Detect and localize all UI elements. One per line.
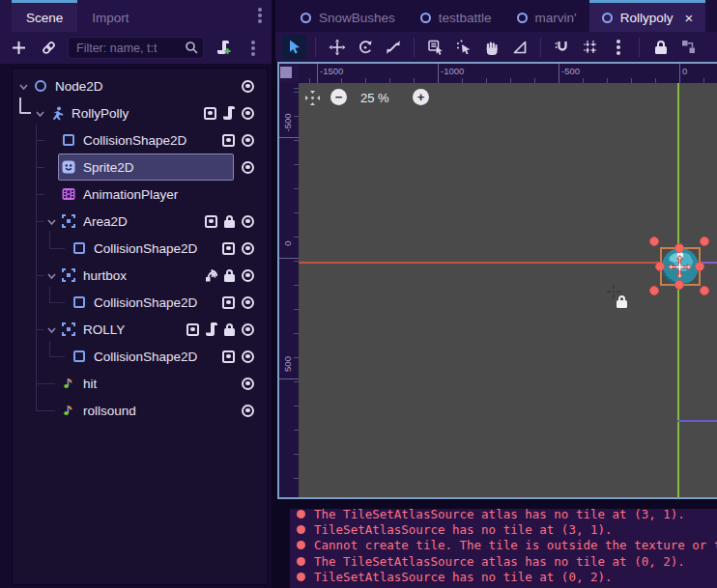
output-panel[interactable]: The TileSetAtlasSource atlas has no tile… — [290, 509, 717, 588]
center-view-icon[interactable] — [304, 90, 321, 106]
lock-badge-icon[interactable] — [224, 269, 235, 282]
plus-icon — [12, 41, 26, 55]
dock-menu-dots-icon[interactable] — [258, 14, 262, 17]
add-node-button[interactable] — [8, 38, 29, 59]
search-icon — [185, 41, 198, 54]
chevron-down-icon[interactable] — [45, 215, 58, 228]
collision-shape-icon — [72, 294, 87, 310]
list-select-tool-button[interactable] — [423, 35, 447, 59]
scene-tab-snowbushes[interactable]: SnowBushes — [288, 0, 408, 32]
error-message-row: The TileSetAtlasSource atlas has no tile… — [297, 553, 717, 569]
tree-row-animationplayer[interactable]: AnimationPlayer — [13, 181, 267, 208]
tab-scene[interactable]: Scene — [12, 0, 77, 32]
grouped-badge-icon[interactable] — [205, 215, 217, 228]
group-selected-button[interactable] — [676, 35, 701, 59]
grouped-badge-icon[interactable] — [222, 296, 235, 309]
resize-handle[interactable] — [700, 237, 709, 246]
game-viewport-edge — [677, 420, 717, 422]
zoom-level-label[interactable]: 25 % — [360, 91, 389, 105]
tree-row-rollypolly[interactable]: RollyPolly — [13, 99, 267, 126]
viewport-canvas[interactable]: − 25 % + — [299, 83, 717, 497]
grid-snap-icon — [582, 39, 599, 56]
close-tab-icon[interactable]: × — [684, 11, 693, 25]
grouped-badge-icon[interactable] — [222, 134, 235, 147]
visibility-icon[interactable] — [242, 296, 254, 309]
lock-selected-button[interactable] — [648, 35, 673, 59]
tree-row-collisionshape2d[interactable]: CollisionShape2D — [13, 343, 267, 370]
visibility-icon[interactable] — [242, 378, 254, 390]
grouped-badge-icon[interactable] — [222, 350, 235, 363]
script-badge-icon[interactable] — [223, 106, 235, 120]
tree-row-node2d[interactable]: Node2D — [13, 72, 267, 99]
instance-scene-button[interactable] — [38, 38, 59, 59]
zoom-out-button[interactable]: − — [330, 89, 347, 105]
tab-import[interactable]: Import — [77, 0, 143, 32]
lock-badge-icon[interactable] — [224, 215, 235, 228]
magnet-icon — [554, 39, 571, 56]
resize-handle[interactable] — [649, 237, 659, 246]
lock-badge-icon[interactable] — [224, 323, 235, 336]
zoom-in-button[interactable]: + — [413, 89, 429, 105]
tree-row-area2d[interactable]: Area2D — [13, 208, 267, 235]
resize-handle[interactable] — [655, 262, 665, 271]
grid-snap-button[interactable] — [578, 35, 602, 59]
ruler-tool-button[interactable] — [507, 35, 531, 59]
visibility-icon[interactable] — [242, 323, 254, 336]
visibility-icon[interactable] — [242, 215, 254, 228]
scene-tab-marvin[interactable]: marvin' — [504, 0, 589, 32]
tree-row-rolly[interactable]: ROLLY — [13, 316, 267, 343]
visibility-icon[interactable] — [242, 107, 254, 120]
tree-row-collisionshape2d[interactable]: CollisionShape2D — [13, 289, 267, 316]
scene-tab-testbattle[interactable]: testbattle — [408, 0, 504, 32]
chevron-down-icon[interactable] — [45, 269, 58, 282]
move-gizmo-icon[interactable] — [667, 254, 693, 280]
chevron-down-icon[interactable] — [17, 80, 30, 93]
move-tool-button[interactable] — [325, 35, 349, 59]
snap-options-button[interactable] — [606, 35, 630, 59]
edit-pivot-tool-button[interactable] — [451, 35, 475, 59]
visibility-icon[interactable] — [242, 269, 254, 282]
tree-row-sprite2d[interactable]: Sprite2D — [13, 154, 267, 181]
visibility-icon[interactable] — [242, 161, 254, 174]
pan-tool-button[interactable] — [479, 35, 503, 59]
script-badge-icon[interactable] — [206, 322, 217, 336]
collision-shape-icon — [61, 132, 76, 148]
error-bullet-icon — [297, 573, 305, 581]
resize-handle[interactable] — [700, 286, 709, 295]
tree-row-hit[interactable]: hit — [13, 370, 267, 397]
scene-dock-menu[interactable] — [243, 38, 264, 59]
visibility-icon[interactable] — [242, 350, 254, 363]
chevron-down-icon[interactable] — [45, 323, 58, 336]
scale-tool-button[interactable] — [381, 35, 405, 59]
list-select-icon — [427, 39, 445, 56]
attach-script-button[interactable] — [213, 38, 234, 59]
ruler-label: -500 — [282, 108, 294, 137]
tree-row-rollsound[interactable]: rollsound — [13, 397, 267, 424]
tree-row-collisionshape2d[interactable]: CollisionShape2D — [13, 235, 267, 262]
resize-handle[interactable] — [649, 286, 659, 295]
rotate-icon — [357, 39, 374, 56]
resize-handle[interactable] — [695, 262, 704, 271]
smart-snap-button[interactable] — [550, 35, 574, 59]
rotate-tool-button[interactable] — [353, 35, 377, 59]
grouped-badge-icon[interactable] — [222, 242, 235, 255]
visibility-icon[interactable] — [242, 405, 254, 417]
canvas-toolbar — [275, 32, 717, 62]
character-body-icon — [49, 105, 65, 121]
select-tool-button[interactable] — [282, 35, 306, 59]
resize-handle[interactable] — [674, 243, 684, 253]
scene-filter-input[interactable] — [68, 37, 204, 59]
signal-connection-icon[interactable] — [205, 269, 217, 282]
tree-row-collisionshape2d[interactable]: CollisionShape2D — [13, 126, 267, 154]
visibility-icon[interactable] — [242, 80, 254, 93]
grouped-badge-icon[interactable] — [204, 107, 216, 120]
visibility-icon[interactable] — [242, 134, 254, 147]
chevron-down-icon[interactable] — [34, 107, 46, 120]
scene-tab-rollypoly[interactable]: Rollypoly× — [589, 0, 706, 32]
grouped-badge-icon[interactable] — [186, 323, 199, 336]
visibility-icon[interactable] — [242, 242, 254, 255]
error-message-row: The TileSetAtlasSource atlas has no tile… — [297, 509, 717, 521]
ruler-label: -1500 — [320, 66, 343, 76]
tree-row-hurtbox[interactable]: hurtbox — [13, 262, 267, 289]
resize-handle[interactable] — [674, 280, 684, 290]
